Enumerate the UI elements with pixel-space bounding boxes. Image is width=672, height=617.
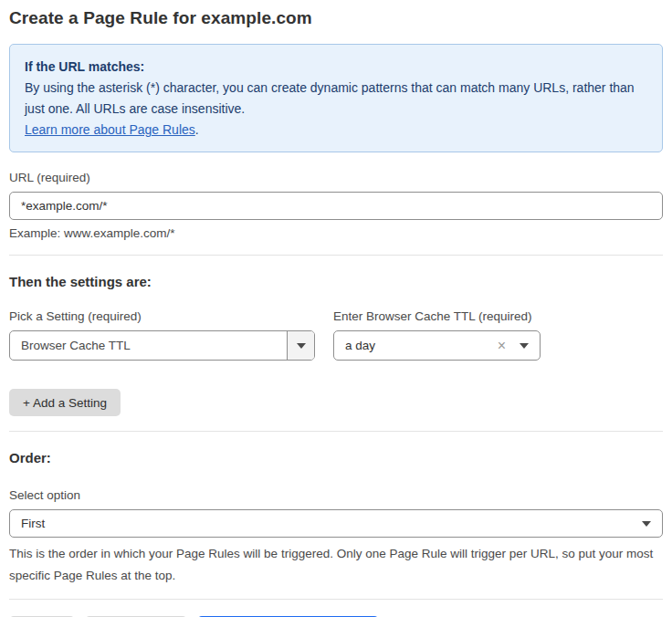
settings-section-heading: Then the settings are: xyxy=(9,274,663,289)
setting-picker-arrow-button[interactable] xyxy=(287,331,314,360)
ttl-picker-column: Enter Browser Cache TTL (required) a day… xyxy=(333,309,541,361)
chevron-down-icon xyxy=(642,521,651,527)
divider xyxy=(9,431,663,432)
setting-picker-label: Pick a Setting (required) xyxy=(9,309,315,323)
link-suffix: . xyxy=(195,122,199,137)
chevron-down-icon xyxy=(520,343,529,349)
order-helper-text: This is the order in which your Page Rul… xyxy=(9,543,659,587)
info-box-link-line: Learn more about Page Rules. xyxy=(25,120,647,141)
add-setting-button[interactable]: + Add a Setting xyxy=(9,389,121,416)
ttl-picker-dropdown[interactable]: a day × xyxy=(333,330,541,361)
url-input[interactable] xyxy=(9,192,663,220)
order-select-label: Select option xyxy=(9,488,663,502)
page-title: Create a Page Rule for example.com xyxy=(9,8,663,28)
url-field-label: URL (required) xyxy=(9,171,663,184)
divider xyxy=(9,255,663,256)
info-box-heading: If the URL matches: xyxy=(25,57,647,78)
clear-icon[interactable]: × xyxy=(498,339,506,353)
setting-picker-value: Browser Cache TTL xyxy=(10,339,314,352)
divider xyxy=(9,599,663,600)
chevron-down-icon xyxy=(297,343,306,349)
order-select-value: First xyxy=(10,517,642,530)
ttl-picker-value: a day xyxy=(334,339,498,352)
ttl-picker-icons: × xyxy=(498,339,540,353)
url-matches-info-box: If the URL matches: By using the asteris… xyxy=(9,44,663,152)
setting-picker-dropdown[interactable]: Browser Cache TTL xyxy=(9,330,315,361)
order-select-icons xyxy=(642,521,662,527)
order-select[interactable]: First xyxy=(9,509,663,538)
settings-row: Pick a Setting (required) Browser Cache … xyxy=(9,309,663,361)
learn-more-link[interactable]: Learn more about Page Rules xyxy=(25,122,195,137)
url-field-helper: Example: www.example.com/* xyxy=(9,226,663,240)
info-box-body: By using the asterisk (*) character, you… xyxy=(25,78,647,120)
setting-picker-column: Pick a Setting (required) Browser Cache … xyxy=(9,309,315,361)
ttl-picker-label: Enter Browser Cache TTL (required) xyxy=(333,309,541,323)
order-section-heading: Order: xyxy=(9,450,663,465)
